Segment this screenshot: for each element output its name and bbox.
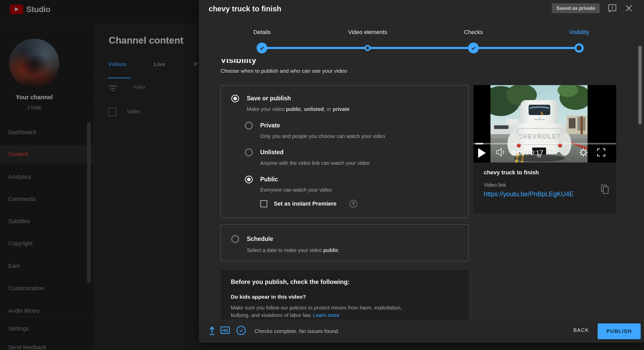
public-radio[interactable] [245,176,253,183]
dialog-footer: HD Checks complete. No issues found. BAC… [199,320,644,343]
volume-icon[interactable] [495,147,507,158]
video-preview-card: CHEVROLET [473,85,616,213]
save-or-publish-label: Save or publish [247,95,291,102]
step-checks-check-icon[interactable] [468,43,479,53]
kids-policy-text: Make sure you follow our policies to pro… [231,304,418,319]
progress-stepper: Details Video elements Checks Visibility [199,17,644,59]
kids-question: Do kids appear in this video? [231,294,306,300]
unlisted-radio[interactable] [245,149,253,156]
learn-more-link[interactable]: Learn more [313,312,339,318]
step-video-elements-label[interactable]: Video elements [348,29,387,36]
preview-video-title: chevy truck to finish [484,169,539,176]
unlisted-desc: Anyone with the video link can watch you… [260,160,370,166]
saved-status-badge: Saved as private [552,3,600,13]
back-button[interactable]: BACK [573,327,589,333]
schedule-card: Schedule Select a date to make your vide… [221,224,469,261]
checks-complete-icon [236,326,246,335]
save-or-publish-radio[interactable] [231,95,239,102]
exclamation-glyph: ! [612,5,613,11]
save-or-publish-card: Save or publish Make your video public, … [221,85,469,218]
pre-publish-checks-panel: Before you publish, check the following:… [221,270,469,320]
save-or-publish-desc: Make your video public, unlisted, or pri… [247,106,350,112]
dialog-body: Visibility Choose when to publish and wh… [199,59,644,320]
video-player[interactable]: CHEVROLET [473,85,616,162]
copy-link-icon[interactable] [601,185,608,193]
instant-premiere-checkbox[interactable] [260,200,267,207]
video-link-label: Video link [484,182,506,188]
step-video-elements-dot-icon[interactable] [365,45,371,51]
time-display: 0:00 / 0:17 [512,149,543,157]
step-details-label[interactable]: Details [253,29,270,36]
step-visibility-label[interactable]: Visibility [569,29,589,36]
checks-panel-heading: Before you publish, check the following: [231,278,350,286]
hd-quality-icon: HD [221,327,230,334]
processing-upload-icon [208,326,216,337]
step-visibility-dot-icon[interactable] [574,43,584,53]
checks-status-text: Checks complete. No issues found. [255,328,339,334]
step-checks-label[interactable]: Checks [464,29,483,36]
desc-bold: public [286,106,301,112]
progress-bar[interactable] [473,143,616,144]
public-desc: Everyone can watch your video [260,187,332,193]
dialog-scrollbar[interactable] [638,46,642,125]
schedule-label: Schedule [247,235,273,242]
private-label: Private [260,122,280,129]
desc-text: , [301,106,304,112]
premiere-help-icon[interactable]: ? [350,200,357,208]
private-desc: Only you and people you choose can watch… [260,133,385,139]
desc-text: , or [324,106,333,112]
desc-text: Make your video [247,106,286,112]
desc-bold: public [323,247,338,253]
schedule-desc: Select a date to make your video public [247,247,338,253]
fullscreen-icon[interactable] [597,148,606,158]
private-radio[interactable] [245,122,253,129]
youtube-studio-app: Studio Your channel J Naki Dashboard Con… [0,0,644,350]
settings-gear-icon[interactable] [578,147,589,159]
progress-played [476,143,483,144]
step-details-check-icon[interactable] [257,43,267,53]
video-link-url[interactable]: https://youtu.be/PnBpLEgKU4E [484,190,574,198]
send-feedback-icon[interactable]: ! [607,3,617,13]
visibility-heading: Visibility [221,59,256,65]
instant-premiere-label: Set as instant Premiere [274,200,336,207]
visibility-subtitle: Choose when to publish and who can see y… [221,68,347,74]
dialog-title: chevy truck to finish [209,5,281,13]
stepper-line [262,47,579,49]
unlisted-label: Unlisted [260,149,284,156]
schedule-radio[interactable] [231,235,239,243]
desc-bold: unlisted [304,106,324,112]
tailgate-text: CHEVROLET [518,133,561,140]
desc-text: Select a date to make your video [247,247,323,253]
desc-bold: private [333,106,350,112]
close-icon[interactable] [624,3,634,13]
publish-button[interactable]: PUBLISH [598,323,641,339]
publish-dialog: chevy truck to finish Saved as private !… [199,0,644,343]
public-label: Public [260,176,278,183]
play-icon[interactable] [478,148,486,158]
